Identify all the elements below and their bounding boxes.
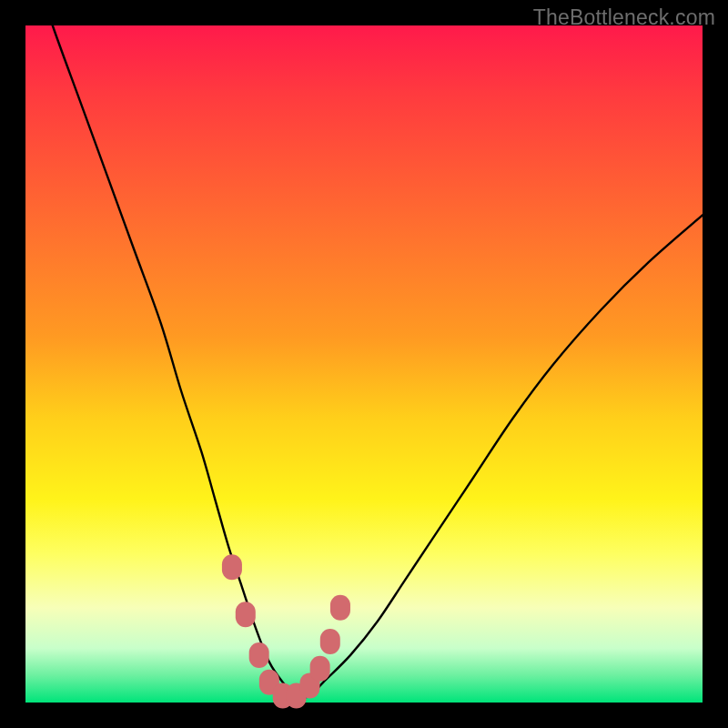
- highlight-marker: [330, 595, 350, 621]
- chart-frame: TheBottleneck.com: [0, 0, 728, 728]
- highlight-markers: [222, 554, 350, 708]
- highlight-marker: [236, 602, 256, 627]
- bottleneck-curve: [25, 0, 703, 697]
- highlight-marker: [249, 642, 269, 668]
- highlight-marker: [310, 656, 330, 682]
- curve-svg: [25, 25, 703, 703]
- plot-area: [25, 25, 703, 703]
- highlight-marker: [320, 629, 340, 654]
- highlight-marker: [222, 554, 242, 580]
